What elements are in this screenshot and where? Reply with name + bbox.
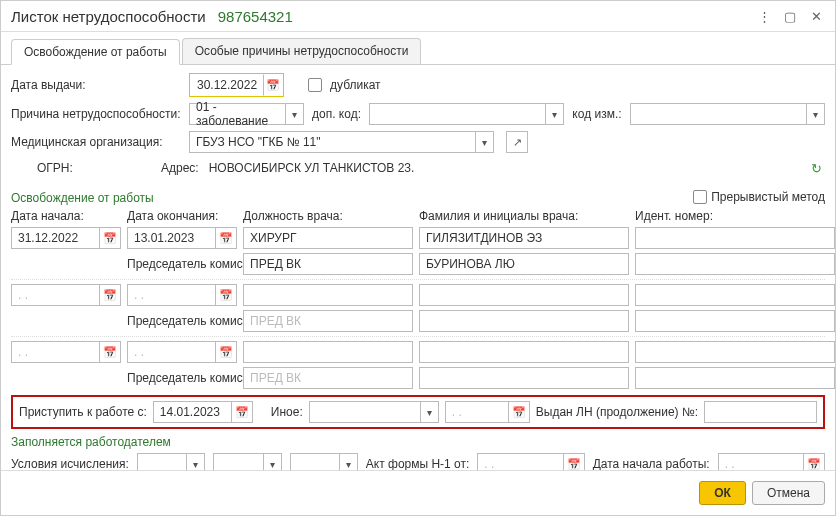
- row2-chair-pos[interactable]: ПРЕД ВК: [243, 310, 413, 332]
- calendar-icon[interactable]: 📅: [99, 227, 121, 249]
- row1-start-date[interactable]: 31.12.2022: [11, 227, 99, 249]
- chevron-down-icon[interactable]: ▾: [807, 103, 825, 125]
- chevron-down-icon[interactable]: ▾: [476, 131, 494, 153]
- close-icon[interactable]: ✕: [807, 7, 825, 25]
- col-start-label: Дата начала:: [11, 209, 121, 223]
- row2-chair-ident[interactable]: [635, 310, 835, 332]
- chevron-down-icon[interactable]: ▾: [421, 401, 439, 423]
- row1-fio[interactable]: ГИЛЯЗИТДИНОВ ЭЗ: [419, 227, 629, 249]
- page-title: Листок нетрудоспособности: [11, 8, 206, 25]
- more-icon[interactable]: ⋮: [755, 7, 773, 25]
- row2-start-date[interactable]: . .: [11, 284, 99, 306]
- tab-release[interactable]: Освобождение от работы: [11, 39, 180, 65]
- calendar-icon[interactable]: 📅: [99, 284, 121, 306]
- med-org-label: Медицинская организация:: [11, 135, 181, 149]
- act-h1-label: Акт формы Н-1 от:: [366, 457, 470, 470]
- row3-chair-ident[interactable]: [635, 367, 835, 389]
- calendar-icon[interactable]: 📅: [215, 227, 237, 249]
- issue-date-label: Дата выдачи:: [11, 78, 181, 92]
- row1-end-date[interactable]: 13.01.2023: [127, 227, 215, 249]
- calc-cond-label: Условия исчисления:: [11, 457, 129, 470]
- add-code-label: доп. код:: [312, 107, 361, 121]
- chairman-label: Председатель комиссии:: [127, 257, 237, 271]
- calc-cond-2[interactable]: [213, 453, 263, 470]
- open-ref-icon[interactable]: ↗: [506, 131, 528, 153]
- chevron-down-icon[interactable]: ▾: [264, 453, 282, 470]
- chevron-down-icon[interactable]: ▾: [187, 453, 205, 470]
- row2-position[interactable]: [243, 284, 413, 306]
- other-date-field[interactable]: . .: [445, 401, 508, 423]
- cancel-button[interactable]: Отмена: [752, 481, 825, 505]
- add-code-field[interactable]: [369, 103, 546, 125]
- calendar-icon[interactable]: 📅: [563, 453, 585, 470]
- reason-field[interactable]: 01 - заболевание: [189, 103, 286, 125]
- calc-cond-1[interactable]: [137, 453, 187, 470]
- return-label: Приступить к работе с:: [19, 405, 147, 419]
- calendar-icon[interactable]: 📅: [231, 401, 253, 423]
- row1-chair-fio[interactable]: БУРИНОВА ЛЮ: [419, 253, 629, 275]
- work-start-label: Дата начала работы:: [593, 457, 710, 470]
- address-value: НОВОСИБИРСК УЛ ТАНКИСТОВ 23.: [209, 161, 415, 175]
- refresh-icon[interactable]: ↻: [807, 159, 825, 177]
- row3-chair-fio[interactable]: [419, 367, 629, 389]
- row2-end-date[interactable]: . .: [127, 284, 215, 306]
- other-label: Иное:: [271, 405, 303, 419]
- intermittent-checkbox[interactable]: [693, 190, 707, 204]
- row3-ident[interactable]: [635, 341, 835, 363]
- code-change-field[interactable]: [630, 103, 807, 125]
- code-change-label: код изм.:: [572, 107, 621, 121]
- calendar-icon[interactable]: 📅: [803, 453, 825, 470]
- work-start-date[interactable]: . .: [718, 453, 803, 470]
- ln-cont-label: Выдан ЛН (продолжение) №:: [536, 405, 698, 419]
- calendar-icon[interactable]: 📅: [215, 284, 237, 306]
- chairman-label: Председатель комиссии:: [127, 314, 237, 328]
- maximize-icon[interactable]: ▢: [781, 7, 799, 25]
- row2-fio[interactable]: [419, 284, 629, 306]
- row3-end-date[interactable]: . .: [127, 341, 215, 363]
- col-position-label: Должность врача:: [243, 209, 413, 223]
- chevron-down-icon[interactable]: ▾: [340, 453, 358, 470]
- act-h1-date[interactable]: . .: [477, 453, 562, 470]
- row3-start-date[interactable]: . .: [11, 341, 99, 363]
- col-fio-label: Фамилия и инициалы врача:: [419, 209, 629, 223]
- row2-chair-fio[interactable]: [419, 310, 629, 332]
- calc-cond-3[interactable]: [290, 453, 340, 470]
- calendar-icon[interactable]: 📅: [99, 341, 121, 363]
- duplicate-checkbox[interactable]: [308, 78, 322, 92]
- document-number: 987654321: [218, 8, 293, 25]
- employer-section-title: Заполняется работодателем: [11, 435, 825, 449]
- duplicate-label: дубликат: [330, 78, 381, 92]
- row2-ident[interactable]: [635, 284, 835, 306]
- calendar-icon[interactable]: 📅: [263, 74, 283, 96]
- col-end-label: Дата окончания:: [127, 209, 237, 223]
- issue-date-field[interactable]: 30.12.2022 📅: [189, 73, 284, 97]
- return-date-field[interactable]: 14.01.2023: [153, 401, 231, 423]
- chairman-label: Председатель комиссии:: [127, 371, 237, 385]
- section-release-title: Освобождение от работы: [11, 191, 154, 205]
- row3-chair-pos[interactable]: ПРЕД ВК: [243, 367, 413, 389]
- intermittent-label: Прерывистый метод: [711, 190, 825, 204]
- calendar-icon[interactable]: 📅: [215, 341, 237, 363]
- ok-button[interactable]: ОК: [699, 481, 746, 505]
- row1-position[interactable]: ХИРУРГ: [243, 227, 413, 249]
- calendar-icon[interactable]: 📅: [508, 401, 530, 423]
- address-prefix: Адрес:: [161, 161, 199, 175]
- tab-special[interactable]: Особые причины нетрудоспособности: [182, 38, 422, 64]
- other-field[interactable]: [309, 401, 421, 423]
- row3-position[interactable]: [243, 341, 413, 363]
- med-org-field[interactable]: ГБУЗ НСО "ГКБ № 11": [189, 131, 476, 153]
- row1-chair-ident[interactable]: [635, 253, 835, 275]
- ln-cont-field[interactable]: [704, 401, 817, 423]
- row1-ident[interactable]: [635, 227, 835, 249]
- chevron-down-icon[interactable]: ▾: [286, 103, 304, 125]
- col-ident-label: Идент. номер:: [635, 209, 835, 223]
- chevron-down-icon[interactable]: ▾: [546, 103, 564, 125]
- tab-bar: Освобождение от работы Особые причины не…: [1, 32, 835, 65]
- reason-label: Причина нетрудоспособности:: [11, 107, 181, 121]
- row1-chair-pos[interactable]: ПРЕД ВК: [243, 253, 413, 275]
- row3-fio[interactable]: [419, 341, 629, 363]
- ogrn-label: ОГРН:: [11, 161, 71, 175]
